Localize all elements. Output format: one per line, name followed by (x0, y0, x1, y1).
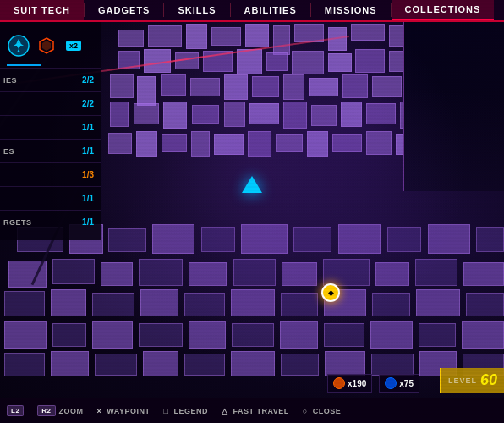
city-block (415, 259, 457, 286)
city-block (416, 289, 460, 316)
city-block (338, 224, 381, 254)
control-fast-travel: △ FAST TRAVEL (222, 407, 289, 415)
legend-label: LEGEND (173, 407, 208, 415)
city-block (162, 134, 187, 152)
city-block (152, 224, 194, 254)
city-block (163, 102, 187, 129)
resource-gem: x75 (379, 374, 419, 393)
square-symbol: □ (164, 407, 169, 415)
city-block (192, 105, 219, 124)
city-block (52, 259, 95, 284)
city-block (186, 24, 207, 49)
city-block (237, 49, 262, 74)
city-block (139, 323, 183, 347)
resource-token: x190 (327, 374, 372, 393)
city-block (108, 228, 146, 252)
city-block (476, 227, 504, 252)
city-block (190, 78, 220, 96)
city-block (143, 351, 178, 376)
city-block (148, 25, 182, 47)
nav-suit-tech[interactable]: SUIT TECH (0, 0, 84, 20)
row-value-2: 1/1 (82, 123, 94, 132)
city-block (282, 262, 317, 286)
city-block (189, 321, 226, 349)
city-block (92, 293, 134, 316)
multiplier-badge: x2 (66, 41, 81, 51)
city-block (241, 224, 288, 254)
city-block (462, 321, 504, 349)
l2-button[interactable]: L2 (7, 405, 24, 416)
row-label-0: IES (3, 76, 17, 85)
row-value-5: 1/1 (82, 194, 94, 203)
city-block (283, 74, 304, 100)
objective-marker (321, 283, 340, 302)
player-marker (242, 176, 262, 193)
gem-icon (385, 377, 397, 389)
nav-gadgets[interactable]: GADGETS (85, 0, 163, 20)
city-block (233, 259, 276, 286)
city-block (375, 262, 409, 286)
nav-abilities[interactable]: ABILITIES (231, 0, 310, 20)
city-block (110, 74, 134, 98)
city-block (134, 103, 159, 124)
city-block (351, 24, 385, 41)
city-block (387, 227, 421, 252)
city-block (4, 321, 47, 349)
city-block (252, 76, 279, 97)
city-block (136, 131, 157, 157)
city-block (372, 76, 402, 97)
city-block (161, 74, 186, 96)
panel-row-1: 2/2 (0, 91, 101, 115)
level-label: LEVEL (448, 376, 477, 385)
city-block (118, 30, 144, 47)
panel-row-5: 1/1 (0, 186, 101, 210)
city-block (51, 351, 89, 376)
nav-missions[interactable]: MISSIONS (311, 0, 391, 20)
city-block (428, 224, 470, 254)
accent-bar (7, 64, 41, 66)
token-icon (333, 377, 345, 389)
city-block (184, 293, 225, 316)
resource-counters: x190 x75 (327, 374, 419, 393)
city-block (52, 323, 86, 347)
city-block (214, 134, 244, 155)
row-value-4: 1/3 (82, 170, 94, 179)
objective-marker-shape (321, 283, 340, 302)
city-block (137, 76, 156, 106)
city-block (311, 105, 337, 126)
hex-badge (37, 36, 56, 55)
city-block (332, 134, 362, 152)
city-block (325, 351, 365, 376)
panel-row-4: 1/3 (0, 162, 101, 186)
circle-symbol: ○ (303, 407, 308, 415)
city-block (323, 259, 370, 286)
row-value-0: 2/2 (82, 75, 94, 85)
gem-value: x75 (399, 379, 414, 388)
city-block (281, 293, 318, 316)
city-block (280, 321, 318, 349)
spider-marker-shape (242, 176, 262, 193)
city-block (266, 52, 288, 71)
level-badge: LEVEL 60 (440, 368, 504, 393)
city-block (342, 74, 368, 98)
spiderman-icon (7, 34, 30, 58)
zoom-label: ZOOM (59, 407, 84, 415)
nav-skills[interactable]: SKILLS (164, 0, 229, 20)
panel-row-3: ES 1/1 (0, 139, 101, 162)
city-block (224, 74, 248, 100)
row-value-1: 2/2 (82, 99, 94, 108)
city-block (201, 227, 235, 252)
waypoint-label: WAYPOINT (107, 407, 150, 415)
city-block (245, 24, 269, 47)
city-block (293, 227, 331, 252)
x-symbol: × (97, 407, 102, 415)
city-block (110, 102, 129, 127)
svg-marker-2 (42, 41, 51, 51)
nav-collections[interactable]: COLLECTIONS (392, 0, 495, 20)
panel-row-0: IES 2/2 (0, 68, 101, 91)
city-block (231, 351, 275, 376)
row-value-3: 1/1 (82, 146, 94, 156)
city-block (108, 133, 132, 154)
r2-button[interactable]: R2 (37, 405, 55, 416)
city-block (309, 78, 338, 96)
